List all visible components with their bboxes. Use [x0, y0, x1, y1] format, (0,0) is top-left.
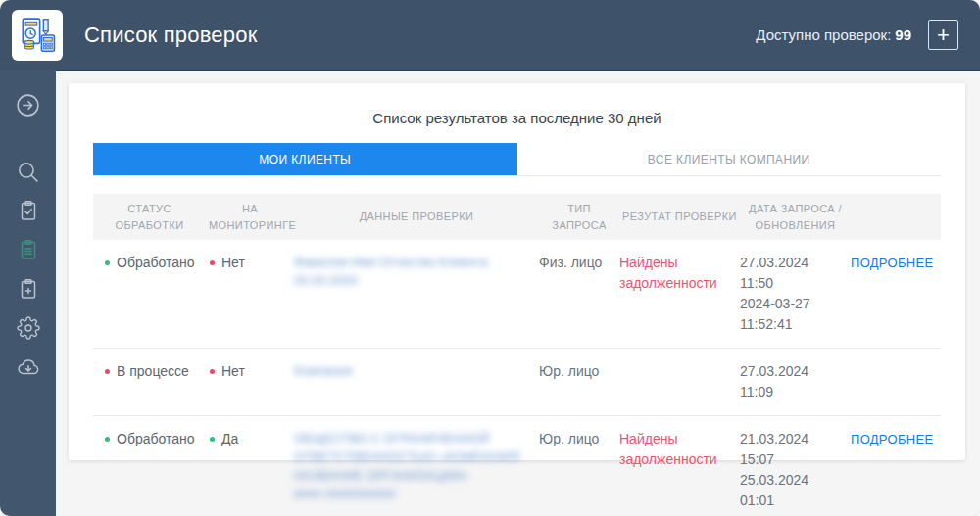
status-label: Обработано	[117, 255, 195, 270]
client-data-cell: ОБЩЕСТВО С ОГРАНИЧЕННОЙОТВЕТСТВЕННОСТЬЮ …	[294, 416, 539, 516]
table-row: Обработано Да ОБЩЕСТВО С ОГРАНИЧЕННОЙОТВ…	[93, 416, 941, 516]
request-date-cell: 27.03.2024 11:09	[740, 349, 851, 416]
cloud-download-icon	[16, 354, 41, 380]
sidebar-nav	[0, 70, 56, 516]
available-checks-count: 99	[895, 26, 911, 43]
col-date: ДАТА ЗАПРОСА / ОБНОВЛЕНИЯ	[740, 194, 851, 240]
results-card: Список результатов за последние 30 дней …	[69, 83, 965, 460]
arrow-right-circle-icon	[15, 92, 41, 118]
date-line: 27.03.2024 11:50	[740, 253, 843, 294]
col-status: СТАТУС ОБРАБОТКИ	[93, 194, 206, 240]
blurred-client-data: ИНН 0000000000	[294, 485, 531, 503]
main-content: Список результатов за последние 30 дней …	[56, 70, 980, 516]
details-link[interactable]: ПОДРОБНЕЕ	[851, 432, 933, 446]
check-result-label: Найдены задолженности	[619, 416, 740, 516]
report-calculator-logo-icon	[17, 15, 58, 56]
request-type-label: Юр. лицо	[539, 349, 619, 416]
col-type: ТИП ЗАПРОСА	[539, 194, 619, 240]
status-label: Обработано	[117, 431, 195, 446]
table-row: В процессе Нет Компания Юр. лицо 27.03.2…	[93, 349, 941, 416]
results-table-wrap: СТАТУС ОБРАБОТКИ НА МОНИТОРИНГЕ ДАННЫЕ П…	[93, 194, 941, 516]
request-date-cell: 27.03.2024 11:502024-03-2711:52:41	[740, 240, 851, 349]
monitoring-dot	[210, 260, 215, 265]
client-data-cell: Фамилия Имя Отчество Клиента00.00.0000	[294, 240, 539, 349]
clipboard-check-icon	[17, 199, 40, 222]
sidebar-item-settings[interactable]	[9, 308, 48, 348]
monitoring-label: Нет	[221, 363, 245, 379]
tab-all-company-clients[interactable]: ВСЕ КЛИЕНТЫ КОМПАНИИ	[517, 143, 942, 175]
sidebar-item-expand[interactable]	[9, 85, 48, 124]
request-type-label: Юр. лицо	[539, 416, 619, 516]
sidebar-item-check-list[interactable]	[9, 230, 48, 269]
status-dot	[105, 369, 110, 374]
clipboard-plus-icon	[17, 277, 40, 301]
sidebar-item-new-check[interactable]	[9, 269, 48, 308]
clients-tabs: МОИ КЛИЕНТЫ ВСЕ КЛИЕНТЫ КОМПАНИИ	[93, 143, 941, 176]
date-line: 11:52:41	[740, 314, 843, 335]
sidebar-item-checks-done[interactable]	[9, 191, 48, 230]
blurred-client-data: НАЗВАНИЕ ОРГАНИЗАЦИИ»	[294, 466, 531, 485]
col-details	[851, 194, 941, 240]
table-header-row: СТАТУС ОБРАБОТКИ НА МОНИТОРИНГЕ ДАННЫЕ П…	[93, 194, 941, 240]
col-data: ДАННЫЕ ПРОВЕРКИ	[294, 194, 539, 240]
table-body: Обработано Нет Фамилия Имя Отчество Клие…	[93, 240, 941, 516]
clipboard-list-icon	[17, 238, 40, 261]
col-monitoring: НА МОНИТОРИНГЕ	[206, 194, 294, 240]
blurred-client-data: 00.00.0000	[294, 271, 531, 290]
request-date-cell: 21.03.2024 15:0725.03.2024 01:01	[740, 416, 851, 516]
search-icon	[16, 160, 40, 184]
table-row: Обработано Нет Фамилия Имя Отчество Клие…	[93, 240, 941, 349]
gear-icon	[17, 316, 40, 340]
monitoring-label: Нет	[221, 255, 245, 270]
blurred-client-data: ОТВЕТСТВЕННОСТЬЮ «КОМПАНИЯ	[294, 447, 531, 466]
status-dot	[105, 260, 110, 265]
col-result: РЕЗУТАТ ПРОВЕРКИ	[619, 194, 740, 240]
available-checks-label: Доступно проверок:	[756, 26, 891, 43]
app-window: Список проверок Доступно проверок:99 +	[0, 0, 980, 516]
date-line: 2024-03-27	[740, 294, 843, 314]
blurred-client-data: Компания	[294, 361, 531, 380]
date-line: 21.03.2024 15:07	[740, 429, 843, 470]
sidebar-item-downloads[interactable]	[9, 348, 48, 387]
request-type-label: Физ. лицо	[539, 240, 619, 349]
add-check-button[interactable]: +	[928, 20, 958, 50]
check-result-label	[619, 349, 740, 416]
results-subtitle: Список результатов за последние 30 дней	[93, 110, 941, 126]
blurred-client-data: Фамилия Имя Отчество Клиента	[294, 253, 531, 271]
monitoring-dot	[210, 369, 215, 374]
date-line: 27.03.2024 11:09	[740, 361, 843, 402]
tab-my-clients[interactable]: МОИ КЛИЕНТЫ	[93, 143, 517, 175]
details-link[interactable]: ПОДРОБНЕЕ	[851, 256, 933, 270]
app-logo	[12, 10, 63, 61]
page-title: Список проверок	[84, 23, 257, 48]
available-checks-counter: Доступно проверок:99	[756, 26, 911, 43]
check-result-label: Найдены задолженности	[619, 240, 740, 349]
client-data-cell: Компания	[294, 349, 539, 416]
sidebar-item-search[interactable]	[9, 152, 48, 191]
blurred-client-data: ОБЩЕСТВО С ОГРАНИЧЕННОЙ	[294, 429, 531, 447]
results-table: СТАТУС ОБРАБОТКИ НА МОНИТОРИНГЕ ДАННЫЕ П…	[93, 194, 941, 516]
status-dot	[105, 437, 110, 442]
app-header: Список проверок Доступно проверок:99 +	[0, 0, 980, 70]
monitoring-label: Да	[221, 431, 238, 446]
status-label: В процессе	[117, 363, 189, 379]
date-line: 25.03.2024 01:01	[740, 470, 843, 511]
monitoring-dot	[210, 437, 215, 442]
